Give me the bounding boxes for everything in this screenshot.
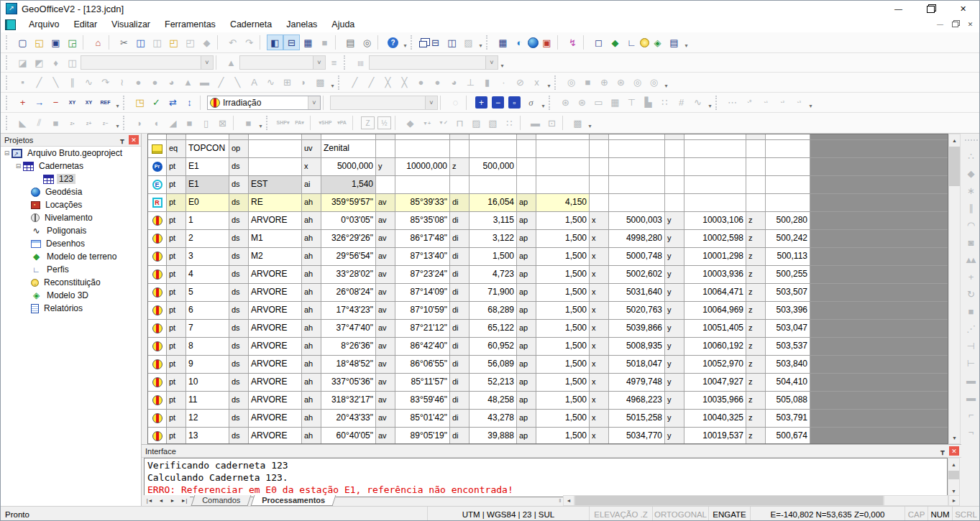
table-row[interactable]: pt9dsARVOREah18°48'52"av86°06'55"di56,08… <box>148 356 948 374</box>
cell-value[interactable]: 7 <box>186 320 229 337</box>
cell-value[interactable]: M2 <box>249 248 302 265</box>
dropdown-arrow[interactable]: ▾ <box>257 114 265 132</box>
cell-value[interactable]: 5020,763 <box>609 302 665 319</box>
cell-value[interactable]: ARVORE <box>249 266 302 283</box>
cell-value[interactable]: 68,289 <box>470 302 517 319</box>
cell-value[interactable]: Zenital <box>321 140 376 157</box>
previous-tab-button[interactable]: ◄ <box>155 495 167 506</box>
insert-record-button[interactable]: → <box>31 95 47 111</box>
datasheet-button[interactable]: ▦ <box>495 34 511 50</box>
cell-value[interactable]: 10003,936 <box>684 266 746 283</box>
cell-value[interactable]: 9 <box>186 356 229 373</box>
cell-value[interactable]: E1 <box>186 158 229 175</box>
first-tab-button[interactable]: |◄ <box>144 495 155 506</box>
interface-tab[interactable]: Comandos <box>191 495 252 506</box>
cell-value[interactable] <box>536 140 590 157</box>
add-xy-button[interactable]: XY <box>64 95 81 111</box>
cell-value[interactable]: 5000,003 <box>609 212 665 229</box>
scroll-right-icon[interactable]: ► <box>948 495 960 506</box>
scrollbar-thumb[interactable] <box>949 147 960 186</box>
cell-value[interactable]: 87°13'40" <box>395 248 450 265</box>
cell-value[interactable]: 4,150 <box>536 194 590 211</box>
cell-value[interactable]: 4 <box>186 266 229 283</box>
cell-value[interactable]: 500,242 <box>766 230 810 247</box>
cell-value[interactable]: 5000,000 <box>321 158 376 175</box>
sort-updown-button[interactable]: ↕ <box>181 95 198 111</box>
cell-value[interactable]: 5018,047 <box>609 356 665 373</box>
cell-value[interactable]: 11 <box>186 392 229 409</box>
cell-value[interactable]: 505,088 <box>766 392 810 409</box>
cell-value[interactable]: 500,000 <box>470 158 517 175</box>
dropdown-arrow[interactable]: ▾ <box>545 73 553 92</box>
help-button[interactable]: ? <box>388 37 398 48</box>
cell-value[interactable]: 86°17'48" <box>395 230 450 247</box>
dropdown-arrow[interactable]: ▾ <box>498 53 506 72</box>
cell-value[interactable] <box>609 140 665 157</box>
cell-value[interactable]: 503,840 <box>766 356 810 373</box>
cell-value[interactable] <box>249 158 302 175</box>
cell-value[interactable]: 85°35'08" <box>395 212 450 229</box>
tree-item[interactable]: ⊟ Arquivo Bruto.geoproject <box>1 147 141 160</box>
cell-value[interactable]: 3,115 <box>470 212 517 229</box>
cell-value[interactable]: 359°59'57" <box>321 194 376 211</box>
cell-value[interactable]: 86°06'55" <box>395 356 450 373</box>
model-3d-button[interactable]: ◈ <box>649 34 666 50</box>
cell-value[interactable]: 1,500 <box>536 356 590 373</box>
reconstitution-lamp-button[interactable] <box>640 38 649 47</box>
cell-value[interactable]: ARVORE <box>249 428 302 444</box>
hscrollbar-track[interactable] <box>884 495 948 506</box>
cell-value[interactable]: 5002,602 <box>609 266 665 283</box>
table-row[interactable]: pt12dsARVOREah20°43'33"av85°01'42"di43,2… <box>148 410 948 428</box>
reports-button[interactable]: ▤ <box>666 34 682 50</box>
cell-value[interactable]: 503,396 <box>766 302 810 319</box>
copy-button[interactable]: ◫ <box>132 34 149 50</box>
dropdown-arrow[interactable]: ▾ <box>706 93 714 112</box>
tree-item[interactable]: ⊟ Cadernetas <box>1 160 141 172</box>
scroll-down-icon[interactable]: ▼ <box>949 432 960 443</box>
dropdown-arrow[interactable]: ▾ <box>682 33 690 52</box>
tree-item[interactable]: Geodésia <box>1 185 141 198</box>
terrain-model-button[interactable]: ◆ <box>607 34 623 50</box>
cell-value[interactable]: 87°14'09" <box>395 284 450 301</box>
tree-expander-icon[interactable]: ⊟ <box>3 149 11 157</box>
cell-value[interactable]: 1,500 <box>536 374 590 391</box>
dropdown-arrow[interactable]: ▾ <box>114 93 122 112</box>
cell-value[interactable]: 10 <box>186 374 229 391</box>
cell-value[interactable] <box>684 158 746 175</box>
cell-value[interactable]: 60°40'05" <box>321 428 376 444</box>
cell-value[interactable]: 503,537 <box>766 338 810 355</box>
minimize-button[interactable]: — <box>882 1 915 17</box>
cell-value[interactable]: 1,540 <box>321 176 376 193</box>
cell-value[interactable]: 10035,966 <box>684 392 746 409</box>
tile-vertical-button[interactable]: ◫ <box>444 34 460 50</box>
cogo-lines-button[interactable]: ↯ <box>564 34 581 50</box>
cell-value[interactable]: 1,500 <box>536 302 590 319</box>
table-row[interactable]: pt1dsARVOREah0°03'05"av85°35'08"di3,115a… <box>148 212 948 230</box>
dropdown-arrow[interactable]: ▾ <box>401 33 409 52</box>
cell-value[interactable] <box>249 140 302 157</box>
menu-item[interactable]: Visualizar <box>104 17 157 32</box>
cell-value[interactable]: 5039,866 <box>609 320 665 337</box>
tree-expander-icon[interactable]: ⊟ <box>14 162 22 170</box>
cell-value[interactable]: 3,122 <box>470 230 517 247</box>
tree-item[interactable]: Poligonais <box>1 224 141 237</box>
cell-value[interactable] <box>186 134 229 139</box>
mdi-close-button[interactable]: ✕ <box>963 19 978 31</box>
tree-item[interactable]: Relatórios <box>1 302 141 315</box>
cell-value[interactable]: ARVORE <box>249 302 302 319</box>
cell-value[interactable]: 326°29'26" <box>321 230 376 247</box>
cell-value[interactable] <box>470 140 517 157</box>
cell-value[interactable]: 37°47'40" <box>321 320 376 337</box>
cell-value[interactable]: 1,500 <box>536 284 590 301</box>
cell-value[interactable] <box>470 134 517 139</box>
cell-value[interactable]: 29°56'54" <box>321 248 376 265</box>
cell-value[interactable]: ARVORE <box>249 338 302 355</box>
dropdown-arrow[interactable]: ▾ <box>329 73 336 92</box>
cell-value[interactable] <box>395 140 450 157</box>
cell-value[interactable]: 2 <box>186 230 229 247</box>
cell-value[interactable] <box>609 194 665 211</box>
cell-value[interactable]: 504,410 <box>766 374 810 391</box>
cell-value[interactable] <box>684 194 746 211</box>
cell-value[interactable] <box>766 194 810 211</box>
print-button[interactable]: ▤ <box>342 34 359 50</box>
